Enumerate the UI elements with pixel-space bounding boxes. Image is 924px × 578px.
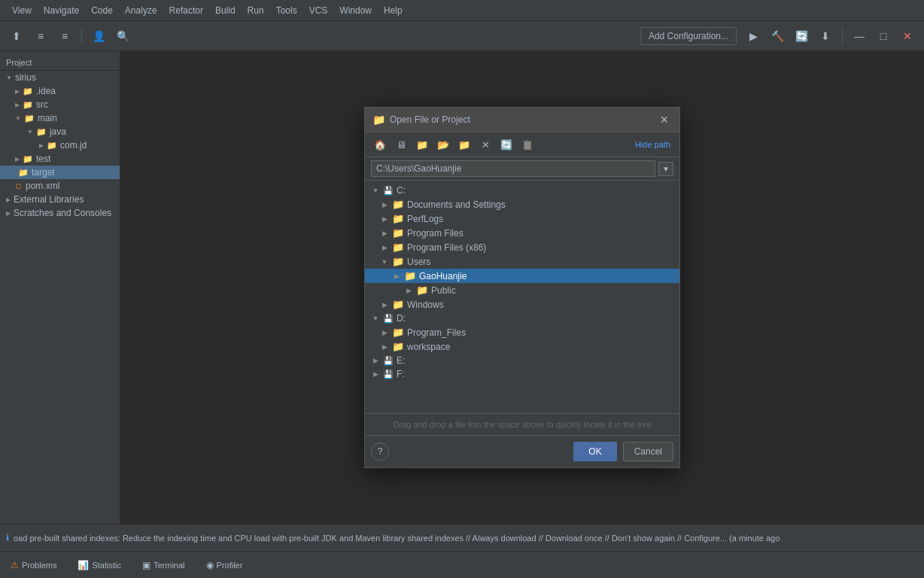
menu-refactor[interactable]: Refactor <box>163 4 209 17</box>
status-item-problems[interactable]: ⚠ Problems <box>6 558 61 572</box>
tree-item-public[interactable]: ▶ 📁 Public <box>365 283 679 297</box>
menu-help[interactable]: Help <box>378 4 409 17</box>
toolbar-run-btn[interactable]: ▶ <box>743 26 764 47</box>
dpf-chevron: ▶ <box>380 329 389 336</box>
content-area: 📁 Open File or Project ✕ 🏠 🖥 📁 📂 📁 ✕ 🔄 📋 <box>120 51 924 524</box>
menu-build[interactable]: Build <box>209 4 242 17</box>
sidebar-label-extlibs: External Libraries <box>14 194 84 205</box>
toolbar-maximize-btn[interactable]: □ <box>873 26 894 47</box>
toolbar-tree-btn[interactable]: ≡ <box>54 26 75 47</box>
dialog-home-btn[interactable]: 🏠 <box>371 135 389 154</box>
tree-item-workspace[interactable]: ▶ 📁 workspace <box>365 339 679 354</box>
toolbar-profile-btn[interactable]: 👤 <box>88 26 109 47</box>
tree-item-e[interactable]: ▶ 💾 E: <box>365 354 679 367</box>
gao-label: GaoHuanjie <box>419 271 467 281</box>
e-drive-icon: 💾 <box>383 356 394 366</box>
dialog-title-left: 📁 Open File or Project <box>372 114 470 126</box>
menu-view[interactable]: View <box>6 4 38 17</box>
notification-icon: ℹ <box>6 533 9 543</box>
f-chevron: ▶ <box>371 370 380 378</box>
ok-button[interactable]: OK <box>573 442 616 461</box>
toolbar-build-btn[interactable]: 🔨 <box>767 26 788 47</box>
path-input[interactable] <box>371 160 655 177</box>
menu-tools[interactable]: Tools <box>270 4 303 17</box>
dialog-folder2-btn[interactable]: 📂 <box>434 135 452 154</box>
dialog-delete-btn[interactable]: ✕ <box>476 135 494 154</box>
profiler-icon: ◉ <box>206 560 214 570</box>
menu-vcs[interactable]: VCS <box>303 4 334 17</box>
perf-chevron: ▶ <box>380 215 389 223</box>
sidebar-item-java[interactable]: ▼ 📁 java <box>0 125 120 138</box>
e-label: E: <box>397 355 405 366</box>
toolbar-minimize-btn[interactable]: — <box>849 26 870 47</box>
footer-buttons: OK Cancel <box>573 442 673 461</box>
pf-folder-icon: 📁 <box>392 227 404 239</box>
sidebar-item-comjd[interactable]: ▶ 📁 com.jd <box>0 138 120 152</box>
status-item-terminal[interactable]: ▣ Terminal <box>138 558 190 572</box>
tree-item-c[interactable]: ▼ 💾 C: <box>365 184 679 197</box>
tree-item-documents[interactable]: ▶ 📁 Documents and Settings <box>365 197 679 211</box>
sidebar-item-external-libs[interactable]: ▶ External Libraries <box>0 193 120 206</box>
pub-folder-icon: 📁 <box>416 284 428 296</box>
add-configuration-button[interactable]: Add Configuration... <box>640 27 737 45</box>
tree-item-program-files[interactable]: ▶ 📁 Program Files <box>365 226 679 240</box>
scratches-chevron: ▶ <box>6 210 11 217</box>
tree-item-dprogram[interactable]: ▶ 📁 Program_Files <box>365 325 679 339</box>
tree-item-d[interactable]: ▼ 💾 D: <box>365 312 679 325</box>
tree-item-gaohuanjie[interactable]: ▶ 📁 GaoHuanjie <box>365 269 679 283</box>
tree-item-windows[interactable]: ▶ 📁 Windows <box>365 297 679 312</box>
sidebar-item-src[interactable]: ▶ 📁 src <box>0 98 120 111</box>
sidebar-project-root[interactable]: ▼ sirius <box>0 71 120 84</box>
pfx86-folder-icon: 📁 <box>392 242 404 253</box>
sidebar-label-comjd: com.jd <box>60 140 87 151</box>
c-drive-icon: 💾 <box>383 186 394 196</box>
dialog-desktop-btn[interactable]: 🖥 <box>392 135 410 154</box>
menu-navigate[interactable]: Navigate <box>38 4 85 17</box>
toolbar-close-btn[interactable]: ✕ <box>897 26 918 47</box>
path-dropdown-btn[interactable]: ▼ <box>658 162 673 176</box>
menu-run[interactable]: Run <box>242 4 270 17</box>
sidebar-item-test[interactable]: ▶ 📁 test <box>0 152 120 166</box>
dialog-clipboard-btn[interactable]: 📋 <box>518 135 536 154</box>
status-item-statistic[interactable]: 📊 Statistic <box>73 558 126 572</box>
terminal-icon: ▣ <box>142 560 150 570</box>
dialog-close-button[interactable]: ✕ <box>657 112 672 127</box>
toolbar-git-btn[interactable]: ⬇ <box>815 26 836 47</box>
cancel-button[interactable]: Cancel <box>623 442 673 461</box>
statistic-label: Statistic <box>92 561 121 570</box>
d-drive-icon: 💾 <box>383 314 394 324</box>
status-item-profiler[interactable]: ◉ Profiler <box>202 558 248 572</box>
tree-item-users[interactable]: ▼ 📁 Users <box>365 254 679 269</box>
tree-item-perflogs[interactable]: ▶ 📁 PerfLogs <box>365 211 679 226</box>
menu-analyze[interactable]: Analyze <box>119 4 163 17</box>
comjd-chevron: ▶ <box>39 142 44 149</box>
dialog-expand-btn[interactable]: 📁 <box>455 135 473 154</box>
folder-icon-target: 📁 <box>18 168 29 178</box>
tree-item-f[interactable]: ▶ 💾 F: <box>365 367 679 381</box>
toolbar-search-btn[interactable]: 🔍 <box>112 26 133 47</box>
dialog-newfolder-btn[interactable]: 📁 <box>413 135 431 154</box>
pfx86-label: Program Files (x86) <box>407 242 486 253</box>
users-chevron: ▼ <box>380 258 389 266</box>
toolbar-list-btn[interactable]: ≡ <box>30 26 51 47</box>
pub-chevron: ▶ <box>404 287 413 294</box>
hide-path-button[interactable]: Hide path <box>632 138 673 151</box>
toolbar-right: ▶ 🔨 🔄 ⬇ — □ ✕ <box>743 26 918 47</box>
folder-icon-test: 📁 <box>23 154 33 164</box>
menu-code[interactable]: Code <box>85 4 119 17</box>
sidebar-item-main[interactable]: ▼ 📁 main <box>0 111 120 125</box>
toolbar-back-btn[interactable]: ⬆ <box>6 26 27 47</box>
menu-window[interactable]: Window <box>333 4 378 17</box>
tree-item-program-files-x86[interactable]: ▶ 📁 Program Files (x86) <box>365 240 679 254</box>
dialog-toolbar: 🏠 🖥 📁 📂 📁 ✕ 🔄 📋 Hide path <box>365 132 679 157</box>
dialog-refresh-btn[interactable]: 🔄 <box>497 135 515 154</box>
pfx86-chevron: ▶ <box>380 244 389 251</box>
sidebar-item-idea[interactable]: ▶ 📁 .idea <box>0 84 120 98</box>
sidebar-item-pomxml[interactable]: 🗋 pom.xml <box>0 179 120 193</box>
help-button[interactable]: ? <box>371 443 389 461</box>
sidebar: Project ▼ sirius ▶ 📁 .idea ▶ 📁 src ▼ 📁 m… <box>0 51 120 524</box>
sidebar-item-scratches[interactable]: ▶ Scratches and Consoles <box>0 206 120 220</box>
sidebar-item-target[interactable]: 📁 target <box>0 166 120 179</box>
toolbar-update-btn[interactable]: 🔄 <box>791 26 812 47</box>
main-toolbar: ⬆ ≡ ≡ 👤 🔍 Add Configuration... ▶ 🔨 🔄 ⬇ —… <box>0 21 924 51</box>
